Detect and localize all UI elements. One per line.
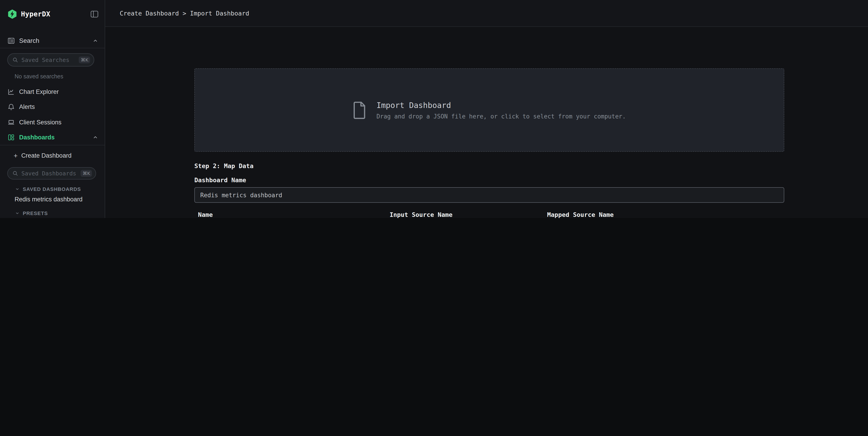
dropzone-text: Import Dashboard Drag and drop a JSON fi… bbox=[376, 100, 626, 120]
dropzone-inner: Import Dashboard Drag and drop a JSON fi… bbox=[353, 100, 626, 120]
plus-icon: + bbox=[14, 152, 18, 159]
dashboard-name-input[interactable]: Redis metrics dashboard bbox=[194, 187, 784, 203]
laptop-icon bbox=[7, 118, 15, 126]
create-dashboard-label: Create Dashboard bbox=[21, 152, 72, 159]
hyperdx-logo-icon bbox=[7, 9, 17, 19]
sidebar-item-alerts[interactable]: Alerts bbox=[0, 100, 105, 114]
saved-dashboards-group-header[interactable]: SAVED DASHBOARDS bbox=[15, 185, 81, 193]
search-section-label: Search bbox=[19, 37, 39, 44]
no-saved-searches-note: No saved searches bbox=[14, 74, 63, 80]
saved-searches-input[interactable]: Saved Searches ⌘K bbox=[7, 53, 94, 66]
search-icon bbox=[12, 170, 18, 176]
import-dashboard-panel: Import Dashboard Drag and drop a JSON fi… bbox=[194, 27, 784, 218]
saved-searches-placeholder: Saved Searches bbox=[21, 57, 69, 63]
table-header-row: Name Input Source Name Mapped Source Nam… bbox=[194, 207, 784, 218]
create-dashboard-button[interactable]: + Create Dashboard bbox=[14, 148, 71, 162]
group-label: SAVED DASHBOARDS bbox=[23, 186, 81, 192]
chevron-down-icon bbox=[15, 211, 20, 215]
app-title: HyperDX bbox=[21, 10, 50, 18]
sidebar: HyperDX Search Saved Searches ⌘K No save… bbox=[0, 0, 105, 218]
bell-icon bbox=[7, 103, 15, 111]
sidebar-item-label: Alerts bbox=[19, 104, 35, 110]
dashboard-name-value: Redis metrics dashboard bbox=[200, 192, 282, 198]
search-section-header[interactable]: Search bbox=[7, 33, 98, 48]
logo-row: HyperDX bbox=[7, 6, 98, 22]
collapse-sidebar-button[interactable] bbox=[91, 10, 98, 18]
column-header-name: Name bbox=[198, 207, 213, 218]
saved-dashboards-placeholder: Saved Dashboards bbox=[21, 170, 76, 177]
sidebar-item-label: Chart Explorer bbox=[19, 88, 59, 95]
dropzone-subtitle: Drag and drop a JSON file here, or click… bbox=[376, 113, 626, 120]
sidebar-item-dashboards[interactable]: Dashboards bbox=[0, 130, 105, 144]
step-heading: Step 2: Map Data bbox=[194, 162, 784, 170]
search-section-icon bbox=[7, 37, 15, 45]
chevron-up-icon[interactable] bbox=[92, 37, 98, 43]
dropzone-title: Import Dashboard bbox=[376, 100, 626, 110]
shortcut-badge: ⌘K bbox=[79, 57, 90, 63]
app-root: HyperDX Search Saved Searches ⌘K No save… bbox=[0, 0, 868, 218]
presets-group-header[interactable]: PRESETS bbox=[15, 210, 48, 217]
dashboard-name-label: Dashboard Name bbox=[194, 176, 784, 183]
sidebar-item-client-sessions[interactable]: Client Sessions bbox=[0, 115, 105, 129]
json-file-dropzone[interactable]: Import Dashboard Drag and drop a JSON fi… bbox=[194, 68, 784, 152]
breadcrumb: Create Dashboard > Import Dashboard bbox=[120, 9, 249, 17]
sidebar-item-label: Client Sessions bbox=[19, 119, 61, 125]
mapping-table: Name Input Source Name Mapped Source Nam… bbox=[194, 207, 784, 218]
saved-dashboard-item[interactable]: Redis metrics dashboard bbox=[14, 196, 83, 203]
column-header-input-source: Input Source Name bbox=[390, 207, 453, 218]
chevron-down-icon bbox=[15, 187, 20, 191]
sidebar-item-label: Dashboards bbox=[19, 134, 55, 141]
file-icon bbox=[353, 101, 366, 119]
saved-dashboards-input[interactable]: Saved Dashboards ⌘K bbox=[7, 167, 96, 179]
shortcut-badge: ⌘K bbox=[81, 170, 92, 177]
main-content: Import Dashboard Drag and drop a JSON fi… bbox=[105, 27, 868, 218]
chart-explorer-icon bbox=[7, 88, 15, 95]
chevron-up-icon[interactable] bbox=[92, 134, 98, 140]
dashboards-icon bbox=[7, 133, 15, 141]
topbar: Create Dashboard > Import Dashboard bbox=[105, 0, 868, 27]
column-header-mapped-source: Mapped Source Name bbox=[547, 207, 614, 218]
search-icon bbox=[12, 57, 18, 63]
sidebar-divider bbox=[0, 145, 105, 145]
group-label: PRESETS bbox=[23, 210, 48, 216]
sidebar-divider bbox=[0, 48, 105, 48]
sidebar-item-chart-explorer[interactable]: Chart Explorer bbox=[0, 85, 105, 98]
